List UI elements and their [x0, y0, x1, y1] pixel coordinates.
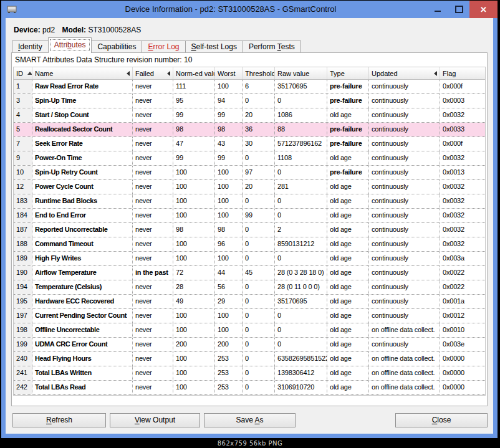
column-header-failed[interactable]: Failed [133, 67, 173, 79]
attribute-row[interactable]: 194Temperature (Celsius)never2856028 (0 … [14, 280, 485, 295]
column-header-threshold[interactable]: Threshold [243, 67, 275, 79]
cell-threshold: 0 [243, 352, 275, 366]
cell-id: 195 [14, 295, 32, 308]
client-area: Device: pd2 Model: ST31000528AS Identity… [6, 18, 493, 434]
attribute-row[interactable]: 242Total LBAs Readnever10025303106910720… [14, 381, 485, 395]
attribute-row[interactable]: 12Power Cycle Countnever10010020281old a… [14, 180, 485, 194]
cell-normed-value: 100 [173, 194, 215, 208]
attribute-row[interactable]: 7Seek Error Ratenever474330571237896162p… [14, 137, 485, 151]
cell-flag: 0x003a [440, 252, 485, 265]
cell-type: old age [327, 209, 369, 222]
cell-raw-value: 0 [275, 166, 327, 179]
tab-error-log[interactable]: Error Log [142, 41, 185, 53]
attribute-row[interactable]: 187Reported Uncorrectablenever989802old … [14, 223, 485, 237]
close-button[interactable]: ✕ [469, 1, 498, 18]
cell-raw-value: 28 (0 11 0 0 0) [275, 280, 327, 294]
minimize-button[interactable] [427, 1, 448, 18]
attributes-table: IDNameFailedNorm-ed valueWorstThresholdR… [13, 67, 486, 396]
attribute-row[interactable]: 198Offline Uncorrectablenever10010000old… [14, 323, 485, 338]
refresh-button[interactable]: Refresh [12, 413, 106, 427]
attribute-row[interactable]: 4Start / Stop Countnever9999201086old ag… [14, 108, 485, 123]
cell-name: Total LBAs Written [32, 366, 133, 380]
cell-id: 10 [14, 166, 32, 179]
cell-raw-value: 0 [275, 94, 327, 108]
attribute-row[interactable]: 10Spin-Up Retry Countnever100100970pre-f… [14, 166, 485, 180]
cell-name: Spin-Up Time [32, 94, 133, 108]
cell-name: Runtime Bad Blocks [32, 194, 133, 208]
attribute-row[interactable]: 3Spin-Up Timenever959400pre-failureconti… [14, 94, 485, 108]
attribute-row[interactable]: 183Runtime Bad Blocksnever10010000old ag… [14, 194, 485, 209]
attribute-row[interactable]: 188Command Timeoutnever1009608590131212o… [14, 237, 485, 252]
attribute-row[interactable]: 9Power-On Timenever999901108old ageconti… [14, 151, 485, 166]
column-header-name[interactable]: Name [32, 67, 133, 79]
cell-flag: 0x003e [440, 338, 485, 351]
tab-self-test-logs[interactable]: Self-test Logs [185, 41, 243, 53]
attribute-row[interactable]: 189High Fly Writesnever10010000old ageco… [14, 252, 485, 266]
column-header-raw-value[interactable]: Raw value [275, 67, 327, 79]
tab-capabilities[interactable]: Capabilities [91, 41, 142, 53]
cell-normed-value: 99 [173, 151, 215, 165]
cell-id: 197 [14, 309, 32, 323]
cell-failed: never [133, 123, 173, 136]
cell-name: Head Flying Hours [32, 352, 133, 366]
cell-name: Hardware ECC Recovered [32, 295, 133, 308]
cell-id: 198 [14, 323, 32, 337]
cell-flag: 0x0003 [440, 94, 485, 108]
cell-updated: continuously [369, 209, 440, 222]
cell-worst: 200 [215, 338, 243, 351]
cell-flag: 0x0032 [440, 151, 485, 165]
tab-identity[interactable]: Identity [12, 41, 49, 53]
column-header-normed-value[interactable]: Norm-ed value [173, 67, 215, 79]
save-as-button[interactable]: Save As [204, 413, 296, 427]
cell-id: 240 [14, 352, 32, 366]
column-menu-icon [127, 71, 130, 76]
attribute-row[interactable]: 1Raw Read Error Ratenever111100635170695… [14, 80, 485, 94]
attribute-row[interactable]: 199UDMA CRC Error Countnever20020000old … [14, 338, 485, 352]
cell-raw-value: 8590131212 [275, 237, 327, 251]
attribute-row[interactable]: 190Airflow Temperaturein the past7244452… [14, 266, 485, 280]
cell-failed: in the past [133, 266, 173, 280]
cell-flag: 0x0022 [440, 280, 485, 294]
cell-id: 184 [14, 209, 32, 222]
cell-raw-value: 1108 [275, 151, 327, 165]
attribute-row[interactable]: 5Reallocated Sector Countnever98983688pr… [14, 123, 485, 137]
column-header-id[interactable]: ID [14, 67, 32, 79]
attribute-row[interactable]: 240Head Flying Hoursnever100253063582695… [14, 352, 485, 366]
view-output-button[interactable]: View Output [110, 413, 200, 427]
column-header-worst[interactable]: Worst [215, 67, 243, 79]
cell-failed: never [133, 209, 173, 222]
cell-flag: 0x0033 [440, 123, 485, 136]
tab-attributes[interactable]: Attributes [48, 37, 92, 53]
cell-failed: never [133, 108, 173, 122]
column-menu-icon [434, 71, 437, 76]
cell-worst: 94 [215, 94, 243, 108]
attribute-row[interactable]: 184End to End Errornever100100990old age… [14, 209, 485, 223]
attribute-row[interactable]: 241Total LBAs Writtennever10025301398306… [14, 366, 485, 381]
maximize-button[interactable] [448, 1, 469, 18]
cell-threshold: 97 [243, 166, 275, 179]
cell-normed-value: 47 [173, 137, 215, 151]
close-button[interactable]: Close [395, 413, 488, 427]
attribute-row[interactable]: 195Hardware ECC Recoverednever4929035170… [14, 295, 485, 309]
cell-worst: 44 [215, 266, 243, 280]
cell-type: old age [327, 338, 369, 351]
tab-bar: IdentityAttributesCapabilitiesError LogS… [12, 37, 300, 53]
column-header-flag[interactable]: Flag [440, 67, 485, 79]
column-header-updated[interactable]: Updated [369, 67, 440, 79]
cell-id: 1 [14, 80, 32, 93]
cell-threshold: 0 [243, 237, 275, 251]
cell-raw-value: 35170695 [275, 80, 327, 93]
cell-threshold: 0 [243, 252, 275, 265]
column-menu-icon [167, 71, 170, 76]
cell-threshold: 0 [243, 338, 275, 351]
cell-updated: continuously [369, 94, 440, 108]
cell-type: old age [327, 266, 369, 280]
attribute-row[interactable]: 197Current Pending Sector Countnever1001… [14, 309, 485, 323]
cell-normed-value: 98 [173, 123, 215, 136]
column-header-type[interactable]: Type [327, 67, 369, 79]
cell-failed: never [133, 309, 173, 323]
tab-perform-tests[interactable]: Perform Tests [243, 41, 301, 53]
cell-worst: 56 [215, 280, 243, 294]
cell-id: 12 [14, 180, 32, 194]
cell-id: 194 [14, 280, 32, 294]
